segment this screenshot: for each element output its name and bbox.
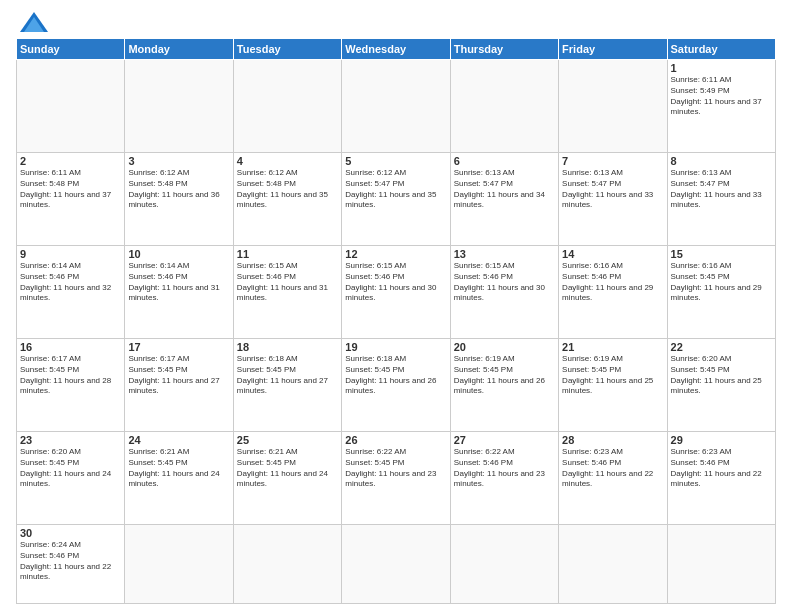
day-number: 9 xyxy=(20,248,121,260)
calendar-cell xyxy=(667,524,775,603)
day-number: 12 xyxy=(345,248,446,260)
day-number: 2 xyxy=(20,155,121,167)
day-number: 3 xyxy=(128,155,229,167)
day-info: Sunrise: 6:12 AM Sunset: 5:48 PM Dayligh… xyxy=(237,168,338,211)
day-info: Sunrise: 6:21 AM Sunset: 5:45 PM Dayligh… xyxy=(237,447,338,490)
calendar-cell: 7 Sunrise: 6:13 AM Sunset: 5:47 PM Dayli… xyxy=(559,152,667,245)
day-number: 15 xyxy=(671,248,772,260)
calendar-cell: 16 Sunrise: 6:17 AM Sunset: 5:45 PM Dayl… xyxy=(17,338,125,431)
day-info: Sunrise: 6:12 AM Sunset: 5:48 PM Dayligh… xyxy=(128,168,229,211)
day-header-friday: Friday xyxy=(559,39,667,60)
calendar-cell: 29 Sunrise: 6:23 AM Sunset: 5:46 PM Dayl… xyxy=(667,431,775,524)
calendar-cell: 5 Sunrise: 6:12 AM Sunset: 5:47 PM Dayli… xyxy=(342,152,450,245)
day-number: 7 xyxy=(562,155,663,167)
day-info: Sunrise: 6:20 AM Sunset: 5:45 PM Dayligh… xyxy=(671,354,772,397)
calendar-cell: 12 Sunrise: 6:15 AM Sunset: 5:46 PM Dayl… xyxy=(342,245,450,338)
day-info: Sunrise: 6:19 AM Sunset: 5:45 PM Dayligh… xyxy=(454,354,555,397)
day-number: 24 xyxy=(128,434,229,446)
day-info: Sunrise: 6:22 AM Sunset: 5:45 PM Dayligh… xyxy=(345,447,446,490)
calendar-cell xyxy=(125,60,233,153)
day-header-wednesday: Wednesday xyxy=(342,39,450,60)
calendar-cell: 21 Sunrise: 6:19 AM Sunset: 5:45 PM Dayl… xyxy=(559,338,667,431)
calendar-cell xyxy=(125,524,233,603)
calendar-cell: 13 Sunrise: 6:15 AM Sunset: 5:46 PM Dayl… xyxy=(450,245,558,338)
calendar-cell: 19 Sunrise: 6:18 AM Sunset: 5:45 PM Dayl… xyxy=(342,338,450,431)
day-info: Sunrise: 6:12 AM Sunset: 5:47 PM Dayligh… xyxy=(345,168,446,211)
day-info: Sunrise: 6:18 AM Sunset: 5:45 PM Dayligh… xyxy=(237,354,338,397)
calendar-cell: 24 Sunrise: 6:21 AM Sunset: 5:45 PM Dayl… xyxy=(125,431,233,524)
day-number: 27 xyxy=(454,434,555,446)
day-info: Sunrise: 6:15 AM Sunset: 5:46 PM Dayligh… xyxy=(237,261,338,304)
calendar-cell: 2 Sunrise: 6:11 AM Sunset: 5:48 PM Dayli… xyxy=(17,152,125,245)
calendar-cell: 9 Sunrise: 6:14 AM Sunset: 5:46 PM Dayli… xyxy=(17,245,125,338)
day-header-monday: Monday xyxy=(125,39,233,60)
day-number: 17 xyxy=(128,341,229,353)
day-info: Sunrise: 6:23 AM Sunset: 5:46 PM Dayligh… xyxy=(671,447,772,490)
day-number: 19 xyxy=(345,341,446,353)
day-info: Sunrise: 6:16 AM Sunset: 5:46 PM Dayligh… xyxy=(562,261,663,304)
calendar-cell: 3 Sunrise: 6:12 AM Sunset: 5:48 PM Dayli… xyxy=(125,152,233,245)
day-number: 20 xyxy=(454,341,555,353)
day-info: Sunrise: 6:15 AM Sunset: 5:46 PM Dayligh… xyxy=(454,261,555,304)
day-number: 23 xyxy=(20,434,121,446)
calendar-table: SundayMondayTuesdayWednesdayThursdayFrid… xyxy=(16,38,776,604)
day-info: Sunrise: 6:13 AM Sunset: 5:47 PM Dayligh… xyxy=(671,168,772,211)
day-number: 28 xyxy=(562,434,663,446)
day-number: 10 xyxy=(128,248,229,260)
day-number: 14 xyxy=(562,248,663,260)
day-info: Sunrise: 6:13 AM Sunset: 5:47 PM Dayligh… xyxy=(454,168,555,211)
day-number: 21 xyxy=(562,341,663,353)
calendar-cell: 20 Sunrise: 6:19 AM Sunset: 5:45 PM Dayl… xyxy=(450,338,558,431)
calendar-cell: 8 Sunrise: 6:13 AM Sunset: 5:47 PM Dayli… xyxy=(667,152,775,245)
calendar-cell xyxy=(342,524,450,603)
day-number: 29 xyxy=(671,434,772,446)
day-number: 1 xyxy=(671,62,772,74)
day-number: 16 xyxy=(20,341,121,353)
day-info: Sunrise: 6:20 AM Sunset: 5:45 PM Dayligh… xyxy=(20,447,121,490)
calendar-cell xyxy=(342,60,450,153)
calendar-cell: 23 Sunrise: 6:20 AM Sunset: 5:45 PM Dayl… xyxy=(17,431,125,524)
day-info: Sunrise: 6:14 AM Sunset: 5:46 PM Dayligh… xyxy=(20,261,121,304)
day-header-saturday: Saturday xyxy=(667,39,775,60)
day-info: Sunrise: 6:18 AM Sunset: 5:45 PM Dayligh… xyxy=(345,354,446,397)
day-number: 13 xyxy=(454,248,555,260)
calendar-cell xyxy=(450,60,558,153)
calendar-cell xyxy=(233,524,341,603)
logo-area xyxy=(16,12,48,32)
calendar-cell: 1 Sunrise: 6:11 AM Sunset: 5:49 PM Dayli… xyxy=(667,60,775,153)
day-info: Sunrise: 6:23 AM Sunset: 5:46 PM Dayligh… xyxy=(562,447,663,490)
day-number: 25 xyxy=(237,434,338,446)
calendar-cell: 22 Sunrise: 6:20 AM Sunset: 5:45 PM Dayl… xyxy=(667,338,775,431)
day-header-sunday: Sunday xyxy=(17,39,125,60)
day-number: 6 xyxy=(454,155,555,167)
calendar-cell xyxy=(17,60,125,153)
calendar-cell: 18 Sunrise: 6:18 AM Sunset: 5:45 PM Dayl… xyxy=(233,338,341,431)
day-number: 26 xyxy=(345,434,446,446)
calendar-cell: 26 Sunrise: 6:22 AM Sunset: 5:45 PM Dayl… xyxy=(342,431,450,524)
page: SundayMondayTuesdayWednesdayThursdayFrid… xyxy=(0,0,792,612)
day-info: Sunrise: 6:11 AM Sunset: 5:48 PM Dayligh… xyxy=(20,168,121,211)
calendar-cell: 28 Sunrise: 6:23 AM Sunset: 5:46 PM Dayl… xyxy=(559,431,667,524)
day-number: 30 xyxy=(20,527,121,539)
header-row: SundayMondayTuesdayWednesdayThursdayFrid… xyxy=(17,39,776,60)
logo-icon xyxy=(20,12,48,32)
day-info: Sunrise: 6:16 AM Sunset: 5:45 PM Dayligh… xyxy=(671,261,772,304)
day-info: Sunrise: 6:22 AM Sunset: 5:46 PM Dayligh… xyxy=(454,447,555,490)
day-info: Sunrise: 6:17 AM Sunset: 5:45 PM Dayligh… xyxy=(128,354,229,397)
calendar-cell: 10 Sunrise: 6:14 AM Sunset: 5:46 PM Dayl… xyxy=(125,245,233,338)
calendar-cell: 25 Sunrise: 6:21 AM Sunset: 5:45 PM Dayl… xyxy=(233,431,341,524)
day-number: 8 xyxy=(671,155,772,167)
day-header-thursday: Thursday xyxy=(450,39,558,60)
calendar-cell xyxy=(559,60,667,153)
day-info: Sunrise: 6:15 AM Sunset: 5:46 PM Dayligh… xyxy=(345,261,446,304)
calendar-cell xyxy=(450,524,558,603)
day-info: Sunrise: 6:24 AM Sunset: 5:46 PM Dayligh… xyxy=(20,540,121,583)
day-info: Sunrise: 6:11 AM Sunset: 5:49 PM Dayligh… xyxy=(671,75,772,118)
calendar-cell: 14 Sunrise: 6:16 AM Sunset: 5:46 PM Dayl… xyxy=(559,245,667,338)
calendar-cell xyxy=(559,524,667,603)
calendar-cell: 4 Sunrise: 6:12 AM Sunset: 5:48 PM Dayli… xyxy=(233,152,341,245)
calendar-cell: 30 Sunrise: 6:24 AM Sunset: 5:46 PM Dayl… xyxy=(17,524,125,603)
day-number: 5 xyxy=(345,155,446,167)
day-info: Sunrise: 6:14 AM Sunset: 5:46 PM Dayligh… xyxy=(128,261,229,304)
day-number: 4 xyxy=(237,155,338,167)
